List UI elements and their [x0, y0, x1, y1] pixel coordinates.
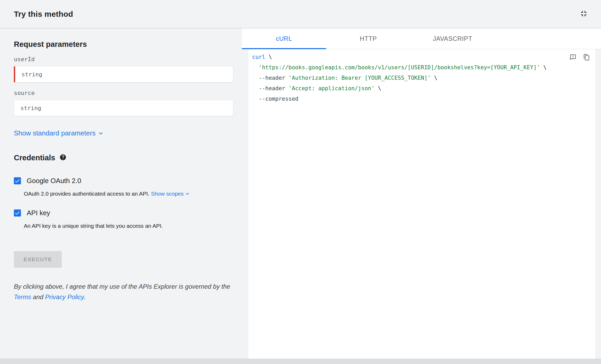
show-standard-parameters-label: Show standard parameters [14, 129, 96, 137]
chevron-down-icon [97, 130, 104, 137]
fullscreen-exit-icon [579, 9, 588, 19]
param-label-source: source [14, 90, 233, 96]
dialog-header: Try this method [0, 0, 601, 29]
oauth-checkbox-row[interactable]: Google OAuth 2.0 [14, 177, 233, 185]
privacy-policy-link[interactable]: Privacy Policy [45, 293, 84, 300]
show-scopes-link[interactable]: Show scopes [151, 191, 191, 197]
request-panel: Request parameters userId source Show st… [0, 29, 242, 359]
disclaimer-text: By clicking above, I agree that my use o… [14, 283, 230, 290]
apikey-checkbox-row[interactable]: API key [14, 209, 233, 217]
chevron-down-icon [184, 191, 191, 197]
param-label-userid: userId [14, 56, 233, 62]
help-icon[interactable] [59, 154, 66, 162]
userid-field[interactable] [14, 66, 233, 82]
page-background-strip [0, 359, 601, 364]
code-card: curl \ 'https://books.googleapis.com/boo… [248, 49, 595, 359]
disclaimer-text: . [84, 293, 86, 300]
source-field[interactable] [14, 100, 233, 116]
oauth-label: Google OAuth 2.0 [27, 177, 81, 185]
show-scopes-label: Show scopes [151, 191, 184, 197]
fullscreen-exit-button[interactable] [578, 8, 589, 20]
disclaimer-text: and [31, 293, 45, 300]
show-standard-parameters-link[interactable]: Show standard parameters [14, 129, 104, 137]
tab-curl[interactable]: cURL [242, 29, 326, 49]
tab-javascript[interactable]: JAVASCRIPT [410, 29, 495, 49]
apikey-description: An API key is a unique string that lets … [24, 223, 233, 229]
tab-http[interactable]: HTTP [326, 29, 410, 49]
report-issue-icon[interactable] [570, 54, 576, 62]
apikey-label: API key [27, 209, 50, 217]
page-title: Try this method [14, 10, 73, 19]
code-tabbar: cURL HTTP JAVASCRIPT [242, 29, 601, 49]
terms-link[interactable]: Terms [14, 293, 31, 300]
code-panel: cURL HTTP JAVASCRIPT curl \ 'https://boo… [242, 29, 601, 359]
credentials-heading: Credentials [14, 153, 55, 162]
try-this-method-dialog: Try this method Request parameters userI… [0, 0, 601, 359]
oauth-description-text: OAuth 2.0 provides authenticated access … [24, 191, 151, 197]
oauth-checkbox [14, 177, 21, 184]
apikey-checkbox [14, 209, 21, 217]
request-parameters-heading: Request parameters [14, 40, 233, 49]
code-block: curl \ 'https://books.googleapis.com/boo… [252, 52, 592, 104]
oauth-description: OAuth 2.0 provides authenticated access … [24, 191, 233, 197]
copy-icon[interactable] [583, 54, 590, 62]
disclaimer: By clicking above, I agree that my use o… [14, 281, 232, 302]
execute-button[interactable]: EXECUTE [14, 251, 62, 268]
